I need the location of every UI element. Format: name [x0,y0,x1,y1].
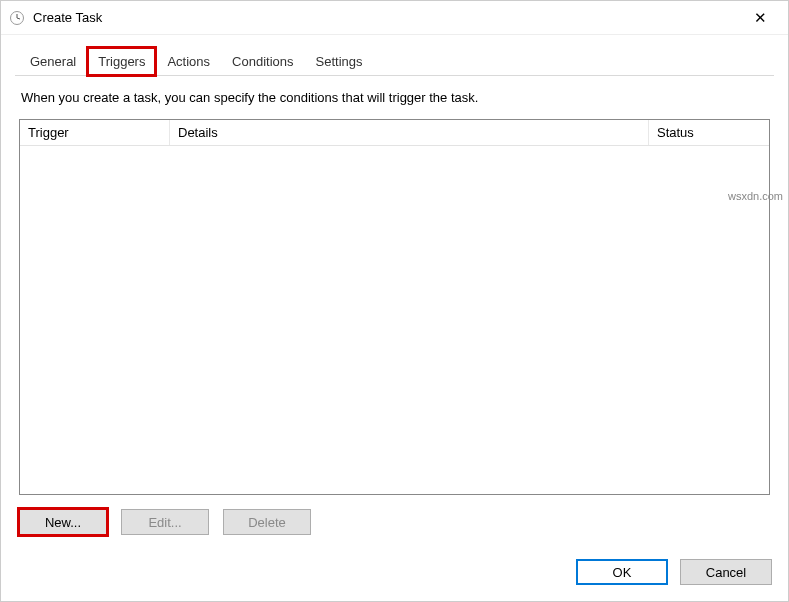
watermark: wsxdn.com [728,190,783,202]
dialog-content: General Triggers Actions Conditions Sett… [1,35,788,545]
tab-strip: General Triggers Actions Conditions Sett… [15,47,774,76]
titlebar: Create Task ✕ [1,1,788,35]
create-task-dialog: Create Task ✕ General Triggers Actions C… [0,0,789,602]
pane-description: When you create a task, you can specify … [21,90,770,105]
cancel-button[interactable]: Cancel [680,559,772,585]
trigger-buttons: New... Edit... Delete [19,509,770,535]
table-header: Trigger Details Status [20,120,769,146]
ok-button[interactable]: OK [576,559,668,585]
tab-settings[interactable]: Settings [305,47,374,76]
triggers-table[interactable]: Trigger Details Status [19,119,770,495]
window-title: Create Task [33,10,740,25]
tab-triggers[interactable]: Triggers [87,47,156,76]
table-body[interactable] [20,146,769,494]
new-button[interactable]: New... [19,509,107,535]
triggers-pane: When you create a task, you can specify … [15,76,774,541]
column-status[interactable]: Status [649,120,769,145]
tab-conditions[interactable]: Conditions [221,47,304,76]
delete-button: Delete [223,509,311,535]
close-icon: ✕ [754,9,767,27]
dialog-footer: OK Cancel [1,545,788,601]
edit-button: Edit... [121,509,209,535]
column-details[interactable]: Details [170,120,649,145]
clock-icon [9,10,25,26]
tab-actions[interactable]: Actions [156,47,221,76]
column-trigger[interactable]: Trigger [20,120,170,145]
tab-general[interactable]: General [19,47,87,76]
close-button[interactable]: ✕ [740,5,780,31]
